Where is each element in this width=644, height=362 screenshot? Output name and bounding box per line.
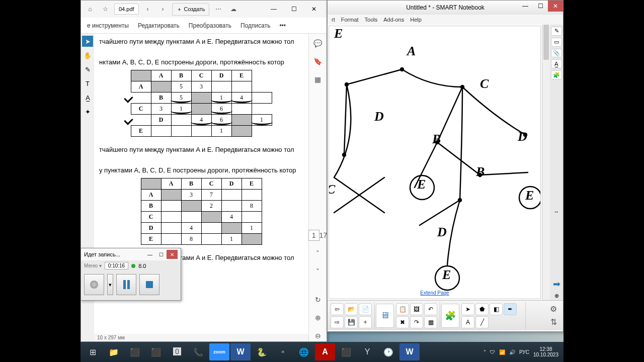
taskbar-clock[interactable]: 12:38 10.10.2023 bbox=[533, 346, 558, 357]
tool-screen-icon[interactable]: 🖥 bbox=[376, 304, 394, 328]
cloud-icon[interactable]: ☁ bbox=[227, 3, 239, 15]
tool-undo-icon[interactable]: ↶ bbox=[424, 303, 437, 315]
side-pen-icon[interactable]: ✎ bbox=[551, 27, 562, 36]
grid-icon[interactable]: ▦ bbox=[312, 74, 324, 85]
rotate-icon[interactable]: ↻ bbox=[312, 294, 324, 305]
record-options-button[interactable]: ▾ bbox=[107, 274, 113, 295]
tray-volume-icon[interactable]: 🔊 bbox=[509, 349, 515, 355]
tool-pens-icon[interactable]: ✒ bbox=[504, 303, 517, 315]
tray-shield-icon[interactable]: 🛡 bbox=[490, 349, 495, 355]
bookmark-icon[interactable]: 🔖 bbox=[312, 56, 324, 67]
taskbar-explorer-icon[interactable]: 📁 bbox=[104, 343, 124, 360]
side-frame-icon[interactable]: ▭ bbox=[551, 38, 562, 47]
page-up-icon[interactable]: ˄ bbox=[312, 248, 324, 259]
extend-page-link[interactable]: Extend Page bbox=[420, 290, 449, 296]
menu-edit[interactable]: Редактировать bbox=[138, 22, 180, 29]
tool-line-icon[interactable]: ╱ bbox=[475, 316, 489, 328]
taskbar-yandex-icon[interactable]: Y bbox=[357, 343, 377, 360]
tool-save-icon[interactable]: 💾 bbox=[345, 316, 358, 328]
taskbar-app-icon[interactable]: ⬛ bbox=[336, 343, 356, 360]
menu-addons[interactable]: Add-ons bbox=[383, 17, 404, 23]
tray-network-icon[interactable]: 📶 bbox=[499, 349, 505, 355]
more-icon[interactable]: ⋯ bbox=[212, 3, 224, 15]
tool-delete-icon[interactable]: ✖ bbox=[396, 316, 409, 328]
side-text-icon[interactable]: A̲ bbox=[551, 59, 562, 68]
page-current[interactable]: 1 bbox=[308, 230, 319, 241]
hand-tool-icon[interactable]: ✋ bbox=[82, 50, 93, 61]
tool-select-icon[interactable]: ➤ bbox=[461, 303, 474, 315]
tool-table-icon[interactable]: ▦ bbox=[424, 316, 437, 328]
nav-fwd-icon[interactable]: › bbox=[157, 3, 169, 15]
taskbar-opera-icon[interactable]: 🅾 bbox=[167, 343, 187, 360]
record-button[interactable] bbox=[84, 274, 104, 295]
pencil-tool-icon[interactable]: ✎ bbox=[82, 64, 93, 75]
pointer-tool-icon[interactable]: ➤ bbox=[82, 36, 93, 47]
comments-icon[interactable]: 💬 bbox=[312, 38, 324, 49]
pdf-tab[interactable]: 04.pdf bbox=[114, 4, 139, 15]
minimize-button[interactable]: — bbox=[264, 2, 283, 16]
taskbar-viber-icon[interactable]: 📞 bbox=[188, 343, 208, 360]
menu-insert[interactable]: rt bbox=[332, 17, 335, 23]
smart-minimize-button[interactable]: — bbox=[518, 1, 533, 12]
tool-text-icon[interactable]: A bbox=[461, 316, 474, 328]
recorder-minimize-button[interactable]: — bbox=[144, 250, 155, 259]
textbox-tool-icon[interactable]: A̲ bbox=[82, 92, 93, 103]
stop-button[interactable] bbox=[139, 274, 159, 295]
recorder-close-button[interactable]: ✕ bbox=[167, 250, 178, 259]
start-button[interactable]: ⊞ bbox=[83, 343, 103, 360]
side-resize-icon[interactable]: ↔ bbox=[551, 207, 562, 216]
menu-format[interactable]: Format bbox=[341, 17, 359, 23]
taskbar-chrome-icon[interactable]: 🌐 bbox=[294, 343, 314, 360]
tool-eraser-icon[interactable]: ◧ bbox=[490, 303, 503, 315]
taskbar-app-icon[interactable]: 🕑 bbox=[378, 343, 398, 360]
taskbar-python-icon[interactable]: 🐍 bbox=[252, 343, 272, 360]
side-attach-icon[interactable]: 📎 bbox=[551, 49, 562, 58]
tool-prev-icon[interactable]: ⇦ bbox=[331, 303, 344, 315]
text-tool-icon[interactable]: T bbox=[82, 78, 93, 89]
side-next-icon[interactable]: ➡ bbox=[551, 279, 562, 290]
home-icon[interactable]: ⌂ bbox=[84, 3, 96, 15]
taskbar-word-icon[interactable]: W bbox=[230, 343, 251, 360]
taskbar-app-icon[interactable]: ⬛ bbox=[146, 343, 166, 360]
menu-more-icon[interactable]: ••• bbox=[279, 22, 286, 29]
recorder-maximize-button[interactable]: ☐ bbox=[155, 250, 167, 259]
taskbar-word2-icon[interactable]: W bbox=[399, 343, 420, 360]
tool-add-icon[interactable]: ＋ bbox=[359, 316, 372, 328]
menu-convert[interactable]: Преобразовать bbox=[189, 22, 231, 29]
side-puzzle-icon[interactable]: 🧩 bbox=[551, 70, 562, 79]
tool-move-icon[interactable]: ⇅ bbox=[548, 317, 559, 328]
tool-image-icon[interactable]: 🖼 bbox=[410, 303, 423, 315]
zoom-out-icon[interactable]: ⊖ bbox=[312, 330, 324, 341]
create-tab[interactable]: ＋ Создать bbox=[172, 3, 210, 16]
tool-new-icon[interactable]: 📄 bbox=[359, 303, 372, 315]
tray-lang[interactable]: РУС bbox=[519, 349, 529, 355]
smart-maximize-button[interactable]: ☐ bbox=[533, 1, 548, 12]
menu-tools[interactable]: е инструменты bbox=[87, 22, 129, 29]
tool-settings-icon[interactable]: ⚙ bbox=[548, 304, 559, 315]
tool-next-icon[interactable]: ⇨ bbox=[331, 316, 344, 328]
pause-button[interactable] bbox=[116, 274, 136, 295]
tool-open-icon[interactable]: 📂 bbox=[345, 303, 358, 315]
smart-scrollbar[interactable] bbox=[542, 25, 550, 300]
tool-shape-icon[interactable]: ⬟ bbox=[475, 303, 489, 315]
tool-puzzle-icon[interactable]: 🧩 bbox=[441, 304, 459, 328]
stamp-tool-icon[interactable]: ✦ bbox=[82, 106, 93, 117]
nav-back-icon[interactable]: ‹ bbox=[142, 3, 154, 15]
tool-redo-icon[interactable]: ↷ bbox=[410, 316, 423, 328]
smart-close-button[interactable]: ✕ bbox=[548, 1, 563, 12]
taskbar-acrobat-icon[interactable]: A bbox=[315, 343, 335, 360]
maximize-button[interactable]: ☐ bbox=[284, 2, 303, 16]
menu-sign[interactable]: Подписать bbox=[240, 22, 270, 29]
page-down-icon[interactable]: ˅ bbox=[312, 266, 324, 277]
smart-canvas[interactable]: E A C D B D B C E E D E Extend Page bbox=[329, 26, 541, 299]
zoom-in-icon[interactable]: ⊕ bbox=[312, 312, 324, 323]
tray-up-icon[interactable]: ˄ bbox=[484, 349, 486, 355]
tool-paste-icon[interactable]: 📋 bbox=[396, 303, 409, 315]
star-icon[interactable]: ☆ bbox=[99, 3, 111, 15]
taskbar-smart-icon[interactable]: ▫ bbox=[273, 343, 293, 360]
taskbar-zoom-icon[interactable]: zoom bbox=[209, 343, 229, 360]
close-button[interactable]: ✕ bbox=[304, 2, 324, 16]
menu-help[interactable]: Help bbox=[410, 17, 422, 23]
side-add-icon[interactable]: ⊕ bbox=[551, 292, 562, 300]
taskbar-app-icon[interactable]: ⬛ bbox=[125, 343, 145, 360]
